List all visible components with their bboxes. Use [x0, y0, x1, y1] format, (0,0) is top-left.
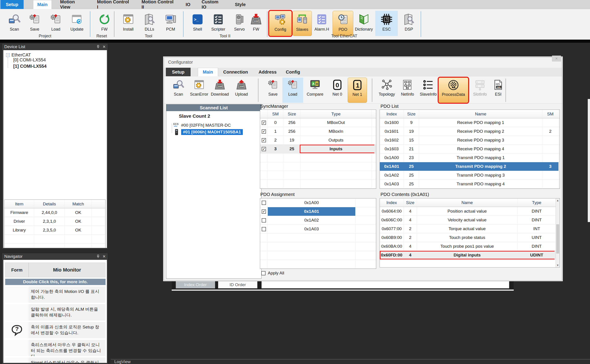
row-checkbox[interactable] [262, 227, 266, 231]
scanned-node-0[interactable]: #00 [02FFh] MASTER-DC [173, 122, 231, 129]
pdo-list-row[interactable]: 0x1A0325Transmit PDO mapping 4 [380, 180, 560, 188]
tab-motion-view[interactable]: Motion View [60, 0, 85, 9]
tab-motion-control-i[interactable]: Motion Control I [97, 0, 130, 9]
pdo-contents-row[interactable]: 0x606C:004Velocity actual valueDINT [380, 216, 556, 225]
dialog-button-slotinfo[interactable]: SlotInfo [470, 78, 490, 103]
logview-panel[interactable]: LogView [111, 359, 590, 364]
tab-custom-io[interactable]: Custom IO [202, 0, 224, 9]
row-checkbox[interactable]: ✓ [262, 147, 266, 151]
scanned-node-1[interactable]: #01 [0006h] MADHT1505BA1 [173, 129, 243, 136]
pdo-contents-row[interactable]: 0x60FD:004Digital inputsUDINT [380, 251, 556, 260]
syncmanager-row[interactable]: ✓1256MBoxIn [260, 127, 376, 136]
ribbon-button-load[interactable]: Load [46, 13, 65, 34]
row-checkbox[interactable]: ✓ [262, 138, 266, 143]
dialog-tab-connection[interactable]: Connection [223, 68, 248, 76]
tree-node-ethercat[interactable]: − EtherCAT [6, 52, 31, 58]
ribbon-button-pcm[interactable]: PCM [161, 13, 180, 34]
pdo-assignment-row[interactable]: 0x1A00 [260, 198, 376, 207]
dialog-tab-config[interactable]: Config [285, 68, 301, 76]
pdo-list-row[interactable]: 0x1A0023Transmit PDO mapping 1 [380, 153, 560, 162]
row-checkbox[interactable]: ✓ [262, 129, 266, 134]
dialog-button-scanerror[interactable]: ScanError [189, 78, 209, 103]
pdo-list-row[interactable]: 0x1A0225Transmit PDO mapping 3 [380, 171, 560, 180]
syncmanager-row[interactable]: ✓0256MBoxOut [260, 118, 376, 127]
syncmanager-row[interactable] [260, 171, 376, 180]
dialog-tab-address[interactable]: Address [258, 68, 277, 76]
dialog-button-netinfo[interactable]: NetInfo [398, 78, 417, 103]
row-checkbox[interactable] [262, 201, 266, 205]
tree-node-comi-1[interactable]: [1] COMI-LX554 [13, 64, 47, 69]
close-icon[interactable]: × [103, 254, 105, 259]
ribbon-button-fw[interactable]: FW [247, 13, 266, 34]
dialog-button-slaveinfo[interactable]: SlaveInfo [418, 78, 438, 103]
table-row[interactable]: Driver2,3,1,0OK [5, 217, 105, 226]
dialog-button-topology[interactable]: Topology [377, 78, 397, 103]
scrollbar-thumb[interactable] [556, 224, 559, 254]
table-row[interactable] [5, 235, 105, 243]
ribbon-button-slaves[interactable]: Slaves [292, 11, 312, 36]
dialog-button-download[interactable]: Download [210, 78, 230, 103]
dialog-button-compare[interactable]: Compare [305, 78, 326, 103]
ribbon-button-save[interactable]: Save [25, 13, 44, 34]
ribbon-button-servo[interactable]: Servo [230, 13, 249, 34]
background-window-field[interactable] [261, 281, 509, 288]
id-order-button[interactable]: ID Order [218, 281, 257, 288]
dialog-button-load[interactable]: Load [282, 78, 303, 103]
dialog-button-scan[interactable]: Scan [169, 78, 188, 103]
tree-node-comi-0[interactable]: [0] COMI-LX554 [13, 57, 46, 63]
ribbon-button-pdo[interactable]: PDO [333, 11, 353, 36]
ribbon-button-shell[interactable]: Shell [188, 13, 207, 34]
dialog-button-esi[interactable]: ESI [490, 78, 506, 103]
pdo-contents-row[interactable]: 0x60BA:004Touch probe pos1 pos valueDINT [380, 242, 556, 251]
syncmanager-row[interactable] [260, 162, 376, 171]
ribbon-button-alarm-h[interactable]: Alarm.H [315, 13, 329, 34]
ribbon-button-dsp[interactable]: DSP [402, 13, 416, 34]
ribbon-button-esc[interactable]: ESC [375, 11, 398, 36]
pdo-assignment-row[interactable] [260, 242, 376, 251]
dialog-button-save[interactable]: Save [263, 78, 283, 103]
pdo-list-row[interactable]: 0x16009Receive PDO mapping 1 [380, 118, 560, 127]
close-icon[interactable]: × [103, 45, 105, 49]
pdo-assignment-row[interactable]: ✓0x1A01 [260, 207, 376, 216]
device-list-titlebar[interactable]: Device List × [2, 43, 108, 50]
apply-all-checkbox[interactable] [261, 271, 266, 275]
table-row[interactable]: Library2,3,5,0OK [5, 226, 105, 235]
row-checkbox[interactable]: ✓ [262, 121, 266, 125]
navigator-banner[interactable]: Double Click this, for more info. [5, 279, 105, 285]
pdo-contents-row[interactable]: 0x6077:002Torque actual valueINT [380, 225, 556, 233]
syncmanager-row[interactable] [260, 153, 376, 162]
tab-style[interactable]: Style [234, 0, 247, 9]
tab-setup[interactable]: Setup [0, 0, 24, 9]
ribbon-button-dictionary[interactable]: Dictionary [356, 13, 372, 34]
syncmanager-row[interactable]: ✓219Outputs [260, 136, 376, 145]
dialog-close-button[interactable]: × [552, 56, 561, 61]
pdo-assignment-row[interactable]: 0x1A03 [260, 225, 376, 234]
navigator-form-header[interactable]: Form [5, 263, 29, 277]
pdo-contents-row[interactable]: 0x60B9:002Touch probe statusUINT [380, 233, 556, 242]
scroll-up-arrow[interactable]: ▲ [556, 199, 560, 202]
ribbon-button-fw[interactable]: FW [95, 13, 114, 34]
scroll-down-arrow[interactable]: ▼ [556, 264, 560, 267]
dialog-tab-main[interactable]: Main [198, 68, 218, 76]
navigator-titlebar[interactable]: Navigator × [2, 253, 108, 260]
pdo-contents-row[interactable]: 0x6064:004Position actual valueDINT [380, 207, 556, 216]
pdo-list-row[interactable]: 0x160215Receive PDO mapping 3 [380, 136, 560, 145]
dialog-button-net-1[interactable]: Net 1 [348, 78, 367, 103]
pdo-assignment-row[interactable] [260, 251, 376, 260]
ribbon-button-scripter[interactable]: Scripter [209, 13, 228, 34]
table-row[interactable] [5, 243, 105, 248]
syncmanager-row[interactable]: ✓325Inputs [260, 145, 376, 153]
pdo-assignment-row[interactable] [260, 234, 376, 242]
pdo-list-row[interactable]: 0x160321Receive PDO mapping 4 [380, 145, 560, 153]
dialog-button-upload[interactable]: Upload [232, 78, 251, 103]
tab-motion-control-ii[interactable]: Motion Control II [142, 0, 176, 9]
table-row[interactable]: Firmware2,44,0,0OK [5, 208, 105, 217]
row-checkbox[interactable]: ✓ [262, 209, 266, 214]
pdo-list-row[interactable]: 0x160119Receive PDO mapping 22 [380, 127, 560, 136]
syncmanager-row[interactable] [260, 180, 376, 188]
row-checkbox[interactable] [262, 218, 266, 222]
vertical-scrollbar[interactable]: ▲▼ [556, 198, 560, 267]
pin-icon[interactable] [96, 45, 100, 49]
ribbon-button-config[interactable]: Config [269, 11, 292, 36]
collapse-icon[interactable]: − [6, 53, 10, 57]
